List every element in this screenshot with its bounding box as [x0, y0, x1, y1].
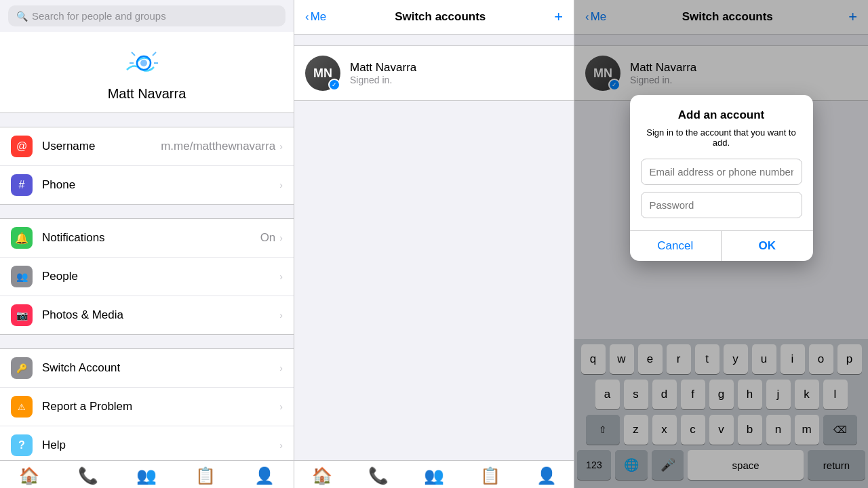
report-icon: ⚠	[11, 396, 33, 418]
profile-name: Matt Navarra	[108, 86, 186, 102]
settings-item-phone[interactable]: # Phone ›	[0, 166, 294, 204]
photos-chevron: ›	[279, 310, 283, 321]
switch-account-label: Switch Account	[42, 361, 279, 375]
settings-item-help[interactable]: ? Help ›	[0, 426, 294, 465]
settings-item-people[interactable]: 👥 People ›	[0, 258, 294, 296]
middle-avatar-wrapper: MN ✓	[305, 56, 340, 91]
switch-account-icon: 🔑	[11, 357, 33, 379]
middle-add-button[interactable]: +	[554, 8, 563, 26]
dialog-description: Sign in to the account that you want to …	[630, 127, 813, 148]
middle-avatar-initials: MN	[313, 66, 332, 81]
middle-tab-people[interactable]: 👥	[424, 466, 444, 485]
settings-item-report[interactable]: ⚠ Report a Problem ›	[0, 388, 294, 426]
middle-nav-bar: ‹ Me Switch accounts +	[294, 0, 574, 35]
middle-back-chevron: ‹	[305, 10, 309, 24]
dialog-button-row: Cancel OK	[630, 230, 813, 261]
settings-item-notifications[interactable]: 🔔 Notifications On ›	[0, 219, 294, 258]
switch-account-chevron: ›	[279, 363, 283, 373]
svg-point-1	[140, 60, 147, 66]
report-chevron: ›	[279, 401, 283, 412]
people-icon: 👥	[11, 266, 33, 287]
middle-account-info: Matt Navarra Signed in.	[350, 61, 416, 85]
messenger-logo-container	[120, 43, 174, 83]
tab-calls[interactable]: 📞	[78, 466, 98, 485]
photos-label: Photos & Media	[42, 308, 279, 322]
tab-people[interactable]: 👥	[136, 466, 157, 485]
left-settings-panel: 🔍 Search for people and groups	[0, 0, 294, 488]
middle-account-item[interactable]: MN ✓ Matt Navarra Signed in.	[294, 45, 574, 101]
username-value: m.me/matthewnavarra	[161, 140, 275, 153]
settings-group-prefs: 🔔 Notifications On › 👥 People › 📷 Photos…	[0, 218, 294, 335]
password-input[interactable]	[641, 192, 802, 218]
svg-line-3	[132, 52, 135, 56]
middle-account-name: Matt Navarra	[350, 61, 416, 75]
help-chevron: ›	[279, 440, 283, 451]
middle-back-label: Me	[311, 10, 327, 24]
phone-chevron: ›	[279, 180, 283, 190]
username-label: Username	[42, 140, 161, 153]
settings-item-photos[interactable]: 📷 Photos & Media ›	[0, 296, 294, 334]
tab-profile[interactable]: 👤	[254, 466, 275, 485]
profile-section: Matt Navarra	[0, 32, 294, 113]
settings-item-switch-account[interactable]: 🔑 Switch Account ›	[0, 349, 294, 388]
left-tab-bar: 🏠 📞 👥 📋 👤	[0, 460, 294, 488]
photos-icon: 📷	[11, 304, 33, 326]
cancel-button[interactable]: Cancel	[630, 231, 722, 261]
search-placeholder: Search for people and groups	[32, 10, 166, 22]
report-label: Report a Problem	[42, 400, 279, 413]
dialog-title: Add an account	[630, 108, 813, 122]
middle-tab-calls[interactable]: 📞	[368, 466, 389, 485]
people-chevron: ›	[279, 271, 283, 282]
settings-item-username[interactable]: @ Username m.me/matthewnavarra ›	[0, 127, 294, 166]
people-label: People	[42, 270, 279, 283]
search-icon: 🔍	[16, 11, 28, 22]
notifications-label: Notifications	[42, 231, 260, 245]
phone-icon: #	[11, 174, 33, 196]
middle-switch-accounts-panel: ‹ Me Switch accounts + MN ✓ Matt Navarra…	[294, 0, 574, 488]
username-icon: @	[11, 136, 33, 157]
search-bar[interactable]: 🔍 Search for people and groups	[8, 5, 285, 26]
notifications-chevron: ›	[279, 232, 283, 243]
add-account-dialog: Add an account Sign in to the account th…	[630, 95, 813, 261]
messenger-logo-icon	[120, 43, 174, 83]
middle-account-status: Signed in.	[350, 75, 416, 85]
middle-tab-bar: 🏠 📞 👥 📋 👤	[294, 460, 574, 488]
notifications-value: On	[260, 231, 276, 245]
help-label: Help	[42, 439, 279, 452]
settings-group-account: @ Username m.me/matthewnavarra › # Phone…	[0, 127, 294, 205]
right-add-account-panel: ‹ Me Switch accounts + MN ✓ Matt Navarra…	[574, 0, 868, 488]
email-input[interactable]	[641, 159, 802, 185]
username-chevron: ›	[279, 141, 283, 152]
notifications-icon: 🔔	[11, 227, 33, 249]
middle-nav-title: Switch accounts	[326, 10, 554, 24]
middle-back-button[interactable]: ‹ Me	[305, 10, 326, 24]
middle-avatar-badge: ✓	[328, 79, 340, 91]
tab-groups[interactable]: 📋	[195, 466, 216, 485]
phone-label: Phone	[42, 178, 279, 192]
middle-tab-groups[interactable]: 📋	[480, 466, 500, 485]
help-icon: ?	[11, 434, 33, 456]
ok-button[interactable]: OK	[722, 231, 813, 261]
middle-tab-home[interactable]: 🏠	[312, 466, 332, 485]
dialog-overlay: Add an account Sign in to the account th…	[574, 0, 868, 488]
svg-line-4	[153, 52, 156, 56]
tab-home[interactable]: 🏠	[19, 466, 39, 485]
middle-tab-profile[interactable]: 👤	[536, 466, 557, 485]
